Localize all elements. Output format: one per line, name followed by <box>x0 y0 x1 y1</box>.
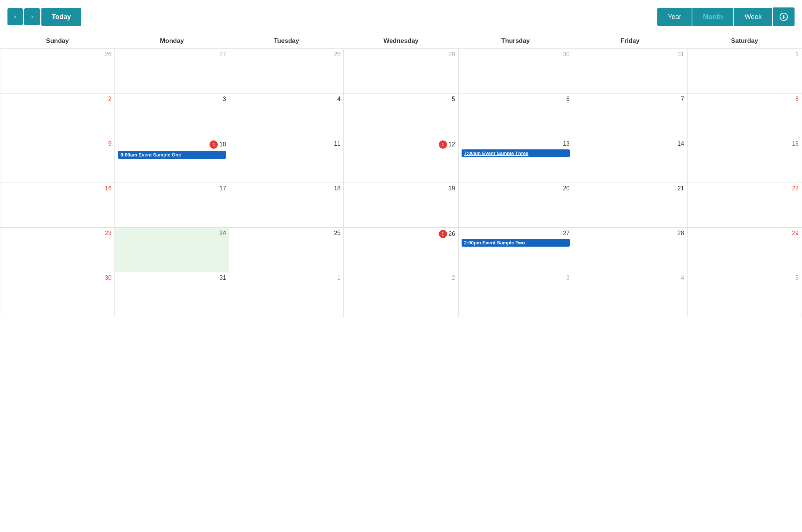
date-number: 31 <box>677 51 684 58</box>
calendar-cell[interactable]: 3 <box>115 94 229 138</box>
date-row: 13 <box>462 140 570 147</box>
calendar-cell[interactable]: 31 <box>115 272 229 317</box>
date-number: 24 <box>219 230 226 237</box>
month-view-button[interactable]: Month <box>692 8 733 26</box>
calendar-cell[interactable]: 16 <box>0 183 115 228</box>
calendar-cell[interactable]: 23 <box>0 228 115 272</box>
calendar-cell[interactable]: 6 <box>458 94 573 138</box>
calendar-cell[interactable]: 5 <box>687 272 802 317</box>
calendar-cell[interactable]: 15 <box>687 138 802 183</box>
toolbar: ‹ › Today Year Month Week ⬇ <box>0 4 802 30</box>
calendar-cell[interactable]: 4 <box>229 94 344 138</box>
date-row: 4 <box>576 275 684 281</box>
calendar-week-row: 91108:00am Event Sample One11112137:00am… <box>0 138 802 183</box>
cell-inner: 29 <box>691 230 799 270</box>
date-row: 110 <box>118 140 226 149</box>
calendar-cell[interactable]: 272:00pm Event Sample Two <box>458 228 573 272</box>
calendar-cell[interactable]: 14 <box>573 138 687 183</box>
date-row: 2 <box>3 96 111 102</box>
calendar-table: Sunday Monday Tuesday Wednesday Thursday… <box>0 34 802 317</box>
calendar-cell[interactable]: 29 <box>687 228 802 272</box>
prev-button[interactable]: ‹ <box>7 8 23 25</box>
calendar-cell[interactable]: 19 <box>344 183 458 228</box>
calendar-cell[interactable]: 31 <box>573 49 687 94</box>
calendar-cell[interactable]: 1 <box>229 272 344 317</box>
calendar-cell[interactable]: 30 <box>458 49 573 94</box>
calendar-cell[interactable]: 21 <box>573 183 687 228</box>
date-number: 6 <box>566 96 570 102</box>
cell-inner: 31 <box>576 51 684 91</box>
next-button[interactable]: › <box>24 8 40 25</box>
calendar-cell[interactable]: 126 <box>344 228 458 272</box>
date-row: 28 <box>232 51 340 58</box>
calendar-cell[interactable]: 20 <box>458 183 573 228</box>
date-number: 29 <box>449 51 455 58</box>
calendar-cell[interactable]: 7 <box>573 94 687 138</box>
calendar-cell[interactable]: 29 <box>344 49 458 94</box>
cell-inner: 2 <box>3 96 111 136</box>
cell-inner: 1 <box>691 51 799 91</box>
event-pill[interactable]: 2:00pm Event Sample Two <box>462 239 570 247</box>
calendar-container: ‹ › Today Year Month Week ⬇ Sunday Monda… <box>0 0 802 321</box>
date-row: 14 <box>576 140 684 147</box>
calendar-cell[interactable]: 3 <box>458 272 573 317</box>
date-row: 1 <box>691 51 799 58</box>
header-wednesday: Wednesday <box>344 34 458 49</box>
calendar-cell[interactable]: 22 <box>687 183 802 228</box>
today-button[interactable]: Today <box>41 8 82 26</box>
event-pill[interactable]: 7:00am Event Sample Three <box>462 149 570 157</box>
year-view-button[interactable]: Year <box>657 8 692 26</box>
date-number: 8 <box>795 96 799 102</box>
calendar-cell[interactable]: 28 <box>229 49 344 94</box>
date-row: 29 <box>347 51 455 58</box>
date-number: 28 <box>334 51 341 58</box>
calendar-cell[interactable]: 17 <box>115 183 229 228</box>
calendar-cell[interactable]: 5 <box>344 94 458 138</box>
calendar-cell[interactable]: 2 <box>0 94 115 138</box>
date-row: 31 <box>576 51 684 58</box>
date-row: 8 <box>691 96 799 102</box>
cell-inner: 137:00am Event Sample Three <box>462 140 570 180</box>
date-row: 26 <box>3 51 111 58</box>
date-row: 9 <box>3 140 111 147</box>
cell-inner: 28 <box>576 230 684 270</box>
cell-inner: 4 <box>232 96 340 136</box>
calendar-cell[interactable]: 1108:00am Event Sample One <box>115 138 229 183</box>
date-number: 4 <box>681 275 684 281</box>
date-row: 4 <box>232 96 340 102</box>
cell-inner: 17 <box>118 185 226 225</box>
calendar-cell[interactable]: 25 <box>229 228 344 272</box>
toolbar-right: Year Month Week ⬇ <box>657 7 795 26</box>
calendar-cell[interactable]: 28 <box>573 228 687 272</box>
cell-inner: 19 <box>347 185 455 225</box>
calendar-cell[interactable]: 4 <box>573 272 687 317</box>
calendar-cell[interactable]: 26 <box>0 49 115 94</box>
date-number: 19 <box>449 185 455 192</box>
calendar-cell[interactable]: 11 <box>229 138 344 183</box>
download-button[interactable]: ⬇ <box>773 7 795 26</box>
cell-inner: 1 <box>232 275 340 314</box>
calendar-cell[interactable]: 27 <box>115 49 229 94</box>
date-number: 2 <box>108 96 111 102</box>
header-tuesday: Tuesday <box>229 34 344 49</box>
date-row: 3 <box>118 96 226 102</box>
calendar-cell[interactable]: 9 <box>0 138 115 183</box>
calendar-cell[interactable]: 2 <box>344 272 458 317</box>
date-row: 126 <box>347 230 455 238</box>
calendar-cell[interactable]: 30 <box>0 272 115 317</box>
date-number: 15 <box>792 140 799 147</box>
date-number: 31 <box>219 275 226 281</box>
calendar-cell[interactable]: 24 <box>115 228 229 272</box>
week-view-button[interactable]: Week <box>734 8 772 26</box>
calendar-cell[interactable]: 112 <box>344 138 458 183</box>
calendar-cell[interactable]: 137:00am Event Sample Three <box>458 138 573 183</box>
date-number: 14 <box>677 140 684 147</box>
event-pill[interactable]: 8:00am Event Sample One <box>118 151 226 159</box>
calendar-cell[interactable]: 8 <box>687 94 802 138</box>
cell-inner: 2 <box>347 275 455 314</box>
date-row: 15 <box>691 140 799 147</box>
calendar-cell[interactable]: 18 <box>229 183 344 228</box>
cell-inner: 27 <box>118 51 226 91</box>
calendar-cell[interactable]: 1 <box>687 49 802 94</box>
date-number: 30 <box>563 51 570 58</box>
